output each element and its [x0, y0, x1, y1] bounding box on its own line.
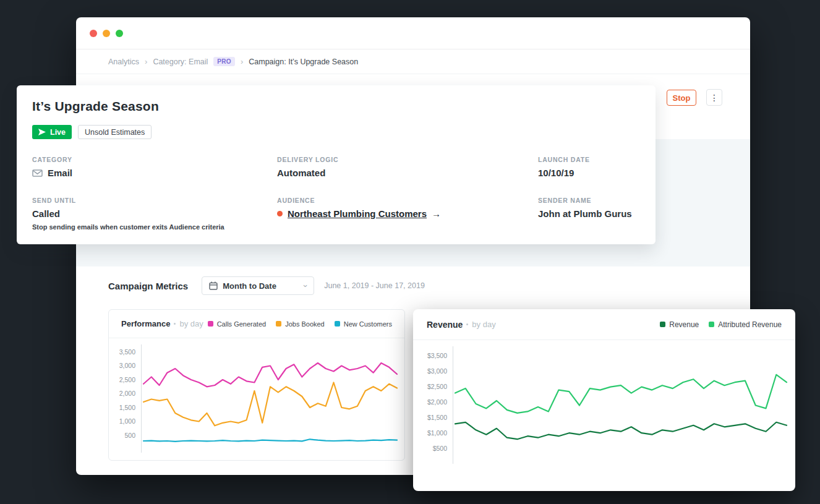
svg-text:$2,000: $2,000 [427, 398, 447, 406]
svg-text:$2,500: $2,500 [427, 383, 447, 390]
breadcrumb-category-email[interactable]: Category: Email [153, 58, 208, 66]
campaign-fields: CATEGORY Email DELIVERY LOGIC Automated … [32, 156, 640, 231]
legend-swatch [660, 322, 665, 327]
legend-revenue: Revenue [660, 320, 699, 329]
legend-swatch [335, 321, 340, 327]
chart-title: Performance [121, 319, 170, 328]
field-send-until: SEND UNTIL Called Stop sending emails wh… [32, 197, 277, 231]
legend-new-customers: New Customers [335, 320, 392, 328]
legend-label: Jobs Booked [285, 320, 325, 328]
send-until-note: Stop sending emails when customer exits … [32, 223, 277, 231]
revenue-chart: $3,500$3,000$2,500$2,000$1,500$1,000$500 [417, 345, 792, 484]
svg-text:3,500: 3,500 [119, 348, 135, 356]
legend-label: New Customers [344, 320, 392, 328]
minimize-window-button[interactable] [103, 30, 110, 37]
stop-campaign-button[interactable]: Stop [667, 90, 696, 106]
svg-text:$3,000: $3,000 [427, 367, 447, 375]
audience-status-dot [277, 211, 283, 216]
campaign-metrics-heading: Campaign Metrics [108, 281, 188, 291]
dot-separator-icon [466, 323, 468, 325]
svg-text:$1,500: $1,500 [427, 414, 447, 421]
breadcrumb: Analytics › Category: Email PRO › Campai… [76, 49, 750, 74]
legend-label: Attributed Revenue [718, 320, 782, 329]
legend-swatch [276, 321, 281, 327]
zoom-window-button[interactable] [116, 30, 123, 37]
campaign-title: It’s Upgrade Season [32, 99, 159, 114]
campaign-tag-chip: Unsold Estimates [78, 125, 152, 139]
calendar-icon [209, 281, 218, 290]
legend-swatch [709, 322, 714, 327]
svg-text:2,000: 2,000 [119, 390, 135, 397]
campaign-detail-card: It’s Upgrade Season Live Unsold Estimate… [17, 85, 656, 244]
legend-swatch [208, 321, 213, 327]
send-icon [38, 129, 46, 135]
legend-label: Revenue [669, 320, 699, 329]
svg-text:500: 500 [124, 432, 135, 439]
svg-text:$1,000: $1,000 [427, 429, 447, 437]
window-titlebar [76, 17, 750, 49]
chevron-down-icon: › [302, 284, 310, 287]
performance-chart-card: Performance by day Calls Generated Jobs … [108, 309, 405, 461]
kebab-icon: ⋮ [710, 93, 719, 103]
legend-attributed-revenue: Attributed Revenue [709, 320, 782, 329]
svg-text:1,500: 1,500 [119, 404, 135, 411]
date-range-selected: Month to Date [223, 281, 276, 291]
field-audience: AUDIENCE Northeast Plumbing Customers → [277, 197, 538, 231]
chart-title: Revenue [427, 320, 463, 330]
field-delivery-logic: DELIVERY LOGIC Automated [277, 156, 538, 178]
svg-text:$500: $500 [433, 445, 448, 452]
chart-subtitle: by day [179, 319, 203, 328]
chevron-right-icon: › [241, 57, 243, 66]
revenue-chart-card: Revenue by day Revenue Attributed Revenu… [413, 309, 795, 491]
svg-text:2,500: 2,500 [119, 376, 135, 383]
live-status-badge: Live [32, 125, 72, 139]
arrow-right-icon[interactable]: → [432, 208, 441, 219]
date-range-text: June 1, 2019 - June 17, 2019 [324, 281, 425, 290]
performance-chart: 3,5003,0002,5002,0001,5001,000500 [111, 343, 402, 462]
audience-link[interactable]: Northeast Plumbing Customers [288, 208, 427, 219]
chart-subtitle: by day [472, 320, 495, 329]
more-options-button[interactable]: ⋮ [706, 89, 722, 106]
performance-legend: Calls Generated Jobs Booked New Customer… [208, 320, 392, 328]
field-category: CATEGORY Email [32, 156, 277, 178]
performance-chart-header: Performance by day Calls Generated Jobs … [109, 310, 404, 338]
field-launch-date: LAUNCH DATE 10/10/19 [538, 156, 640, 178]
revenue-chart-header: Revenue by day Revenue Attributed Revenu… [413, 309, 795, 340]
campaign-metrics-row: Campaign Metrics Month to Date › June 1,… [108, 276, 425, 295]
svg-text:3,000: 3,000 [119, 362, 135, 369]
field-sender-name: SENDER NAME John at Plumb Gurus [538, 197, 640, 231]
close-window-button[interactable] [90, 30, 97, 37]
breadcrumb-analytics[interactable]: Analytics [108, 58, 139, 66]
pro-badge: PRO [213, 57, 235, 66]
legend-jobs-booked: Jobs Booked [276, 320, 325, 328]
chevron-right-icon: › [145, 57, 147, 66]
svg-text:1,000: 1,000 [119, 417, 135, 425]
breadcrumb-campaign: Campaign: It’s Upgrade Season [249, 58, 358, 66]
svg-text:$3,500: $3,500 [427, 352, 447, 359]
legend-label: Calls Generated [217, 320, 267, 328]
campaign-badges: Live Unsold Estimates [32, 125, 152, 139]
live-status-label: Live [50, 128, 66, 137]
envelope-icon [32, 169, 43, 177]
dot-separator-icon [174, 323, 176, 325]
legend-calls-generated: Calls Generated [208, 320, 267, 328]
revenue-legend: Revenue Attributed Revenue [660, 320, 782, 329]
date-range-dropdown[interactable]: Month to Date › [202, 276, 314, 295]
